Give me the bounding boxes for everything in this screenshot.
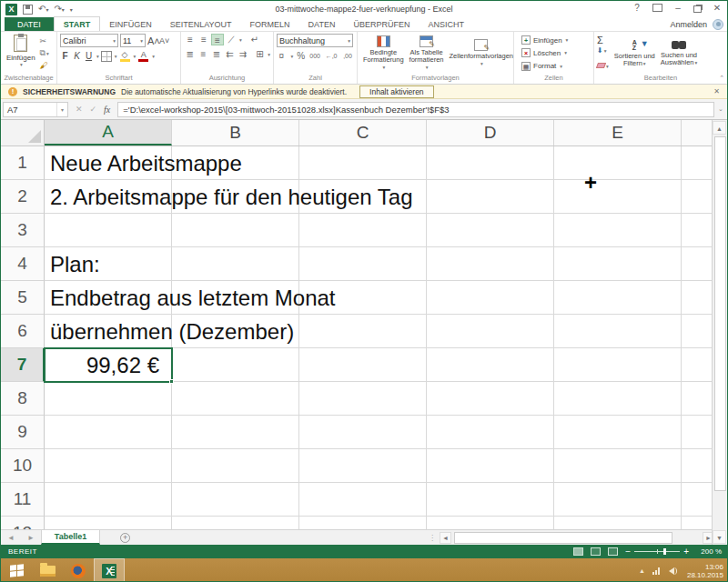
row-header-6[interactable]: 6: [1, 315, 45, 348]
align-bottom-icon[interactable]: ≡: [211, 34, 224, 45]
tab-formeln[interactable]: FORMELN: [241, 17, 299, 31]
formula-input[interactable]: ='D:\excel-workshop-2015\[03-mittwoch-20…: [117, 102, 714, 117]
increase-decimal-icon[interactable]: ←,0: [325, 50, 338, 62]
column-header-d[interactable]: D: [427, 120, 554, 146]
insert-function-icon[interactable]: fx: [104, 105, 110, 115]
name-box-dropdown-icon[interactable]: ▾: [56, 103, 64, 116]
cell-A11[interactable]: [45, 483, 172, 517]
scroll-down-icon[interactable]: ▼: [713, 530, 726, 544]
message-bar-close-icon[interactable]: ✕: [713, 87, 720, 95]
scroll-up-icon[interactable]: ▲: [713, 121, 726, 135]
new-sheet-icon[interactable]: +: [120, 533, 130, 543]
tab-seitenlayout[interactable]: SEITENLAYOUT: [161, 17, 241, 31]
zoom-level[interactable]: 200 %: [696, 547, 722, 556]
zoom-track[interactable]: [634, 551, 680, 552]
normal-view-icon[interactable]: [573, 547, 583, 556]
shrink-font-icon[interactable]: A˅: [159, 36, 169, 45]
merge-center-icon[interactable]: ⊞: [254, 48, 267, 60]
taskbar-file-explorer[interactable]: [32, 558, 63, 582]
sheet-tab-tabelle1[interactable]: Tabelle1: [41, 530, 100, 545]
italic-button[interactable]: K: [72, 51, 82, 61]
orientation-icon[interactable]: ⟋: [225, 34, 238, 45]
row-header-10[interactable]: 10: [1, 449, 45, 483]
format-cells-button[interactable]: ▦ Format▾: [521, 60, 591, 72]
decrease-decimal-icon[interactable]: ,00: [341, 50, 354, 62]
column-header-c[interactable]: C: [299, 120, 427, 146]
row-header-12[interactable]: 12: [1, 517, 45, 529]
accounting-format-icon[interactable]: ¤: [277, 50, 286, 62]
bold-button[interactable]: F: [60, 51, 70, 61]
vertical-scroll-thumb[interactable]: [714, 136, 726, 491]
collapse-ribbon-icon[interactable]: ⌃: [719, 75, 724, 82]
enable-content-button[interactable]: Inhalt aktivieren: [359, 85, 434, 98]
tab-datei[interactable]: DATEI: [5, 17, 54, 31]
tab-ansicht[interactable]: ANSICHT: [419, 17, 473, 31]
row-header-8[interactable]: 8: [1, 382, 45, 416]
format-as-table-button[interactable]: ✎ Als Tabelle formatieren▾: [407, 34, 447, 73]
formula-bar-expand-icon[interactable]: ⌄: [714, 105, 727, 113]
percent-style-icon[interactable]: %: [297, 50, 305, 62]
ribbon-display-options-icon[interactable]: [652, 4, 662, 12]
wrap-text-icon[interactable]: ↵: [248, 34, 261, 45]
column-header-e[interactable]: E: [554, 120, 682, 146]
borders-icon[interactable]: [101, 51, 112, 62]
find-select-button[interactable]: Suchen und Auswählen▾: [658, 34, 700, 73]
decrease-indent-icon[interactable]: ⇇: [224, 48, 237, 60]
zoom-out-icon[interactable]: −: [625, 548, 631, 556]
column-header-partial[interactable]: [682, 120, 713, 146]
clear-icon[interactable]: ▾: [597, 55, 609, 72]
cancel-formula-icon[interactable]: ✕: [76, 105, 83, 114]
cell-A9[interactable]: [45, 416, 172, 449]
hidden-icons-chevron-icon[interactable]: ▲: [639, 567, 645, 574]
name-box[interactable]: A7 ▾: [3, 102, 68, 117]
paste-dropdown-icon[interactable]: ▾: [20, 62, 23, 67]
cell-A3[interactable]: [45, 214, 172, 247]
delete-cells-button[interactable]: × Löschen▾: [521, 47, 591, 59]
minimize-button[interactable]: –: [672, 3, 684, 13]
restore-button[interactable]: [693, 5, 702, 13]
speaker-icon[interactable]: [669, 567, 674, 575]
page-layout-view-icon[interactable]: [591, 547, 601, 556]
sheet-nav-left-icon[interactable]: ◄: [1, 534, 21, 542]
row-header-11[interactable]: 11: [1, 483, 45, 517]
font-size-combo[interactable]: 11▾: [120, 34, 146, 47]
conditional-formatting-button[interactable]: Bedingte Formatierung▾: [360, 34, 407, 73]
autosum-icon[interactable]: Σ: [597, 35, 609, 45]
fill-color-icon[interactable]: ◇: [119, 50, 131, 62]
zoom-handle[interactable]: [663, 548, 666, 555]
tab-ueberpruefen[interactable]: ÜBERPRÜFEN: [344, 17, 419, 31]
column-header-b[interactable]: B: [172, 120, 299, 146]
tab-einfuegen[interactable]: EINFÜGEN: [100, 17, 161, 31]
network-icon[interactable]: [652, 567, 662, 575]
copy-icon[interactable]: ⧉▾: [40, 48, 49, 58]
page-break-view-icon[interactable]: [608, 547, 618, 556]
enter-formula-icon[interactable]: ✓: [90, 105, 97, 114]
select-all-corner[interactable]: [1, 120, 45, 146]
sort-filter-button[interactable]: AZ▼ Sortieren und Filtern▾: [612, 34, 658, 73]
avatar[interactable]: [713, 19, 723, 30]
row-header-1[interactable]: 1: [1, 146, 45, 180]
zoom-slider[interactable]: − +: [625, 548, 689, 556]
start-button[interactable]: [1, 558, 32, 582]
scroll-left-icon[interactable]: ◄: [440, 532, 451, 544]
taskbar-excel[interactable]: X: [94, 558, 125, 582]
fill-icon[interactable]: ⬇▾: [597, 46, 609, 55]
cut-icon[interactable]: ✂: [40, 36, 49, 45]
help-button[interactable]: ?: [631, 3, 643, 13]
column-header-a[interactable]: A: [45, 120, 172, 146]
row-header-9[interactable]: 9: [1, 416, 45, 449]
align-center-icon[interactable]: ≡: [197, 48, 210, 60]
format-painter-icon[interactable]: 🖌: [40, 61, 49, 70]
cell-styles-button[interactable]: ✎ Zellenformatvorlagen▾: [447, 34, 516, 73]
horizontal-scroll-thumb[interactable]: [454, 532, 672, 544]
paste-button[interactable]: Einfügen ▾: [4, 34, 38, 73]
number-format-combo[interactable]: Buchhaltung▾: [277, 34, 353, 47]
font-name-combo[interactable]: Calibri▾: [60, 34, 118, 47]
horizontal-scrollbar[interactable]: ⋮ ◄ ►: [429, 532, 714, 543]
sign-in-link[interactable]: Anmelden: [670, 20, 707, 29]
font-color-icon[interactable]: A: [137, 50, 149, 62]
align-top-icon[interactable]: ≡: [184, 34, 197, 45]
sheet-nav-right-icon[interactable]: ►: [21, 534, 41, 542]
row-header-5[interactable]: 5: [1, 281, 45, 315]
vertical-scrollbar[interactable]: ▲ ▼: [712, 120, 727, 545]
